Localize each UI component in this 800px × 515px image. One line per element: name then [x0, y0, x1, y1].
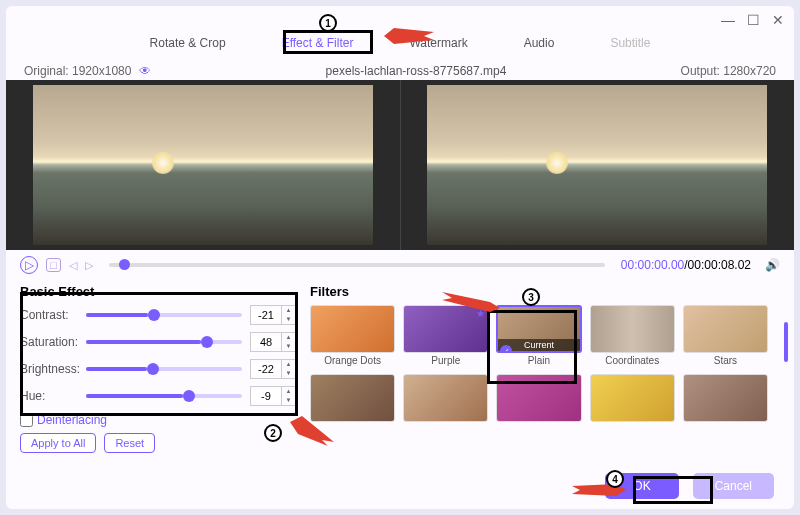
tab-effect-filter[interactable]: Effect & Filter [274, 32, 362, 54]
contrast-down-icon[interactable]: ▼ [282, 315, 295, 324]
annotation-badge-2: 2 [264, 424, 282, 442]
stop-icon[interactable]: □ [46, 258, 61, 272]
filter-plain[interactable]: Current✓Plain [496, 305, 581, 366]
hue-label: Hue: [20, 389, 86, 403]
hue-up-icon[interactable]: ▲ [282, 387, 295, 396]
brightness-up-icon[interactable]: ▲ [282, 360, 295, 369]
hue-slider[interactable] [86, 394, 242, 398]
svg-marker-2 [442, 292, 500, 312]
footer-buttons: OK Cancel [605, 473, 774, 499]
filter-coordinates[interactable]: Coordinates [590, 305, 675, 366]
filter-item-8[interactable] [496, 374, 581, 424]
timeline-slider[interactable] [109, 263, 605, 267]
filter-item-7[interactable] [403, 374, 488, 424]
prev-frame-icon[interactable]: ◁ [69, 259, 77, 272]
svg-marker-0 [384, 28, 434, 44]
contrast-label: Contrast: [20, 308, 86, 322]
filter-item-10[interactable] [683, 374, 768, 424]
preview-original [6, 80, 400, 250]
filter-orange-dots[interactable]: Orange Dots [310, 305, 395, 366]
annotation-badge-3: 3 [522, 288, 540, 306]
contrast-up-icon[interactable]: ▲ [282, 306, 295, 315]
close-icon[interactable]: ✕ [772, 12, 784, 28]
reset-button[interactable]: Reset [104, 433, 155, 453]
filters-title: Filters [310, 284, 780, 299]
eye-icon[interactable]: 👁 [139, 64, 151, 78]
preview-output [400, 80, 795, 250]
tab-rotate-crop[interactable]: Rotate & Crop [142, 32, 234, 54]
brightness-down-icon[interactable]: ▼ [282, 369, 295, 378]
saturation-input[interactable] [251, 336, 281, 348]
maximize-icon[interactable]: ☐ [747, 12, 760, 28]
hue-input[interactable] [251, 390, 281, 402]
hue-row: Hue: ▲▼ [20, 386, 298, 406]
svg-marker-1 [290, 416, 334, 446]
info-bar: Original: 1920x1080 👁 pexels-lachlan-ros… [6, 62, 794, 80]
brightness-label: Brightness: [20, 362, 86, 376]
cancel-button[interactable]: Cancel [693, 473, 774, 499]
apply-to-all-button[interactable]: Apply to All [20, 433, 96, 453]
time-display: 00:00:00.00/00:00:08.02 [621, 258, 751, 272]
contrast-input[interactable] [251, 309, 281, 321]
annotation-badge-4: 4 [606, 470, 624, 488]
brightness-input[interactable] [251, 363, 281, 375]
basic-effect-panel: Basic Effect Contrast: ▲▼ Saturation: ▲▼… [20, 284, 298, 453]
saturation-label: Saturation: [20, 335, 86, 349]
filter-item-9[interactable] [590, 374, 675, 424]
annotation-arrow-2 [290, 416, 334, 446]
saturation-slider[interactable] [86, 340, 242, 344]
contrast-slider[interactable] [86, 313, 242, 317]
saturation-row: Saturation: ▲▼ [20, 332, 298, 352]
minimize-icon[interactable]: — [721, 12, 735, 28]
saturation-up-icon[interactable]: ▲ [282, 333, 295, 342]
playback-controls: ▷ □ ◁ ▷ 00:00:00.00/00:00:08.02 🔊 [6, 250, 794, 280]
preview-area [6, 80, 794, 250]
output-resolution: Output: 1280x720 [681, 64, 776, 78]
brightness-slider[interactable] [86, 367, 242, 371]
filter-scrollbar[interactable] [784, 322, 788, 362]
check-icon: ✓ [500, 345, 512, 353]
deinterlacing-row: Deinterlacing [20, 413, 298, 427]
volume-icon[interactable]: 🔊 [765, 258, 780, 272]
original-resolution: Original: 1920x1080 [24, 64, 131, 78]
filename-label: pexels-lachlan-ross-8775687.mp4 [151, 64, 680, 78]
hue-down-icon[interactable]: ▼ [282, 396, 295, 405]
annotation-arrow-3 [442, 290, 502, 312]
contrast-row: Contrast: ▲▼ [20, 305, 298, 325]
annotation-arrow-1 [384, 26, 434, 46]
basic-effect-title: Basic Effect [20, 284, 298, 299]
saturation-down-icon[interactable]: ▼ [282, 342, 295, 351]
deinterlacing-label: Deinterlacing [37, 413, 107, 427]
filters-panel: Filters Orange Dots ★Purple Current✓Plai… [310, 284, 780, 453]
tab-subtitle: Subtitle [602, 32, 658, 54]
deinterlacing-checkbox[interactable] [20, 414, 33, 427]
app-window: — ☐ ✕ Rotate & Crop Effect & Filter Wate… [6, 6, 794, 509]
filter-stars[interactable]: Stars [683, 305, 768, 366]
filter-purple[interactable]: ★Purple [403, 305, 488, 366]
play-icon[interactable]: ▷ [20, 256, 38, 274]
tab-audio[interactable]: Audio [516, 32, 563, 54]
brightness-row: Brightness: ▲▼ [20, 359, 298, 379]
next-frame-icon[interactable]: ▷ [85, 259, 93, 272]
annotation-badge-1: 1 [319, 14, 337, 32]
